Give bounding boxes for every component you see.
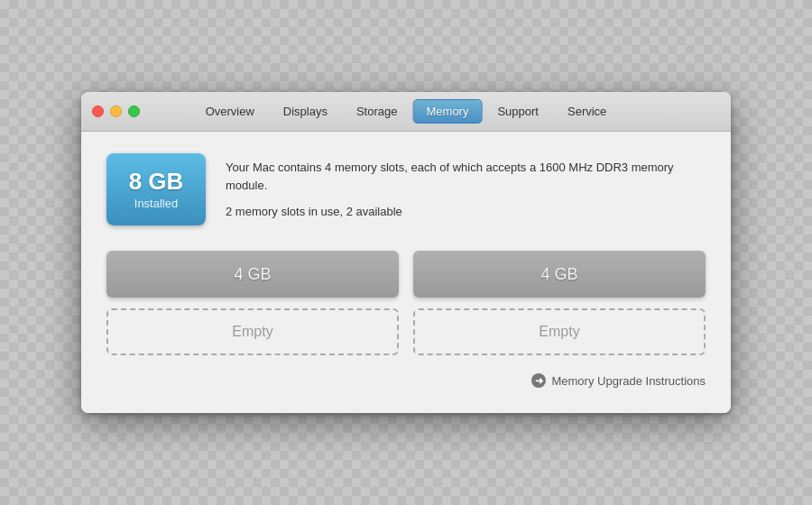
upgrade-instructions-link[interactable]: ➜ Memory Upgrade Instructions <box>531 373 706 388</box>
slot-3: Empty <box>106 308 399 355</box>
slot-1-label: 4 GB <box>234 265 271 284</box>
tab-bar: Overview Displays Storage Memory Support… <box>192 99 621 124</box>
installed-label: Installed <box>134 197 178 210</box>
slot-1: 4 GB <box>106 251 399 298</box>
slots-status: 2 memory slots in use, 2 available <box>226 203 706 221</box>
info-section: 8 GB Installed Your Mac contains 4 memor… <box>106 153 706 225</box>
memory-description: Your Mac contains 4 memory slots, each o… <box>226 159 706 194</box>
upgrade-icon: ➜ <box>531 373 546 388</box>
tab-storage[interactable]: Storage <box>343 99 411 124</box>
installed-amount: 8 GB <box>129 169 184 195</box>
close-button[interactable] <box>92 106 104 117</box>
maximize-button[interactable] <box>128 106 140 117</box>
tab-memory[interactable]: Memory <box>413 99 483 124</box>
memory-info-text: Your Mac contains 4 memory slots, each o… <box>226 153 706 221</box>
footer: ➜ Memory Upgrade Instructions <box>106 373 706 388</box>
slot-4-label: Empty <box>539 324 579 340</box>
minimize-button[interactable] <box>110 106 122 117</box>
upgrade-link-label: Memory Upgrade Instructions <box>551 374 706 388</box>
tab-service[interactable]: Service <box>554 99 620 124</box>
main-window: Overview Displays Storage Memory Support… <box>81 92 731 413</box>
slot-2: 4 GB <box>413 251 706 298</box>
tab-overview[interactable]: Overview <box>192 99 268 124</box>
slots-grid: 4 GB 4 GB Empty Empty <box>106 251 706 355</box>
content-area: 8 GB Installed Your Mac contains 4 memor… <box>81 132 731 413</box>
titlebar: Overview Displays Storage Memory Support… <box>81 92 731 132</box>
traffic-lights <box>92 106 140 117</box>
tab-displays[interactable]: Displays <box>270 99 341 124</box>
slot-2-label: 4 GB <box>540 265 577 284</box>
tab-support[interactable]: Support <box>484 99 552 124</box>
slot-4: Empty <box>413 308 706 355</box>
installed-badge: 8 GB Installed <box>106 153 206 225</box>
slot-3-label: Empty <box>232 324 272 340</box>
